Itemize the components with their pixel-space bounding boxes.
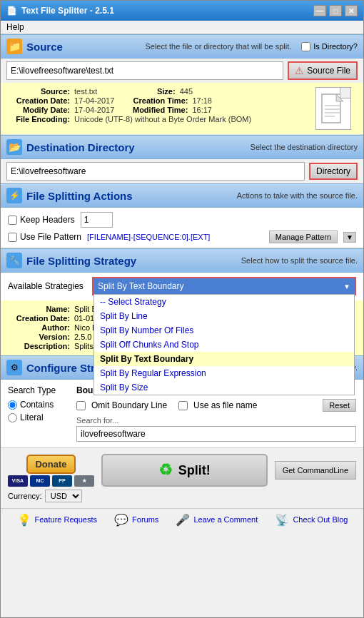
paypal-icon: PP	[52, 475, 72, 487]
is-directory-label: Is Directory?	[313, 42, 358, 51]
literal-radio[interactable]	[8, 413, 17, 422]
destination-icon: 📂	[6, 139, 22, 155]
currency-select[interactable]: USD EUR GBP	[45, 490, 82, 502]
creation-date-label: Creation Date:	[9, 96, 70, 105]
encoding-label: File Encoding:	[9, 115, 70, 123]
search-for-input[interactable]	[76, 426, 356, 442]
split-arrow-icon: ♻	[158, 461, 173, 480]
forums-icon: 💬	[113, 512, 129, 527]
strategy-option-5[interactable]: Split By Regular Expression	[94, 366, 354, 380]
destination-title: Destination Directory	[26, 141, 135, 153]
actions-panel: Keep Headers Use File Pattern [FILENAME]…	[1, 208, 363, 248]
strategy-desc: Select how to split the source file.	[241, 256, 358, 265]
bottom-panel: Donate VISA MC PP ★ ♻ Split! Get Command…	[1, 447, 363, 508]
source-desc: Select the file or directory that will b…	[145, 42, 291, 51]
strategy-dropdown-container: Split By Text Boundary -- Select Strateg…	[92, 277, 356, 295]
strategy-dropdown-header[interactable]: Split By Text Boundary	[93, 278, 355, 294]
minimize-button[interactable]: —	[313, 5, 326, 16]
destination-input[interactable]	[6, 162, 305, 181]
feature-requests-link[interactable]: 💡 Feature Requests	[16, 512, 97, 527]
strategy-option-6[interactable]: Split By Size	[94, 380, 354, 395]
get-commandline-button[interactable]: Get CommandLine	[275, 461, 356, 480]
strat-author-label: Author:	[9, 323, 70, 332]
pattern-text: [FILENAME]-[SEQUENCE:0].[EXT]	[87, 233, 210, 241]
modify-date-value: 17-04-2017	[74, 106, 114, 114]
menu-bar: Help	[1, 21, 363, 34]
source-file-button[interactable]: ⚠ Source File	[288, 61, 358, 80]
source-row: ⚠ Source File	[1, 59, 363, 83]
search-for-label: Search for...	[76, 416, 356, 425]
svg-marker-1	[336, 94, 343, 101]
configure-icon: ⚙	[6, 360, 22, 375]
donate-button[interactable]: Donate	[26, 455, 75, 474]
actions-title: File Splitting Actions	[26, 190, 133, 202]
reset-button[interactable]: Reset	[323, 399, 356, 412]
strategy-option-4[interactable]: Split By Text Boundary	[94, 352, 354, 366]
destination-row: Directory	[1, 159, 363, 183]
search-type-label: Search Type	[8, 385, 65, 395]
mc-icon: MC	[30, 475, 50, 487]
strategy-title: File Splitting Strategy	[26, 255, 136, 267]
strategy-option-2[interactable]: Split By Number Of Files	[94, 323, 354, 338]
source-title: Source	[26, 41, 63, 53]
use-as-filename-checkbox[interactable]	[178, 401, 188, 410]
keep-headers-checkbox[interactable]	[8, 216, 17, 225]
use-file-pattern-label: Use File Pattern	[20, 232, 81, 242]
source-info-panel: Source: test.txt Size: 445 Creation Date…	[1, 83, 363, 135]
size-label: Size:	[115, 87, 176, 96]
strat-creation-label: Creation Date:	[9, 314, 70, 323]
strat-version-value: 2.5.0	[74, 333, 91, 341]
manage-pattern-button[interactable]: Manage Pattern	[269, 231, 338, 243]
modified-time-label: Modified Time:	[127, 106, 188, 114]
check-out-blog-link[interactable]: 📡 Check Out Blog	[274, 512, 348, 527]
is-directory-checkbox[interactable]	[301, 42, 310, 51]
contains-radio[interactable]	[8, 400, 17, 410]
warn-icon: ⚠	[295, 65, 304, 76]
footer-bar: 💡 Feature Requests 💬 Forums 🎤 Leave a Co…	[1, 508, 363, 530]
keep-headers-spinner[interactable]	[81, 212, 113, 228]
manage-pattern-arrow[interactable]: ▼	[343, 232, 356, 243]
strategy-option-0[interactable]: -- Select Strategy	[94, 295, 354, 309]
comment-icon: 🎤	[175, 512, 191, 527]
maximize-button[interactable]: □	[329, 5, 342, 16]
contains-label: Contains	[20, 400, 54, 410]
modify-date-label: Modify Date:	[9, 106, 70, 114]
use-file-pattern-checkbox[interactable]	[8, 233, 17, 242]
source-input[interactable]	[6, 61, 283, 80]
payment-icons: VISA MC PP ★	[8, 475, 94, 487]
encoding-value: Unicode (UTF-8) without a Byte Order Mar…	[74, 115, 251, 123]
source-icon: 📁	[6, 39, 22, 54]
file-icon	[315, 87, 351, 130]
omit-boundary-checkbox[interactable]	[76, 401, 86, 410]
title-bar: 📄 Text File Splitter - 2.5.1 — □ ✕	[1, 1, 363, 21]
source-value: test.txt	[74, 87, 97, 96]
visa-icon: VISA	[8, 475, 28, 487]
actions-header: ⚡ File Splitting Actions Actions to take…	[1, 183, 363, 208]
close-button[interactable]: ✕	[345, 5, 358, 16]
source-header: 📁 Source Select the file or directory th…	[1, 34, 363, 59]
available-strategies-label: Available Strategies	[8, 281, 86, 291]
directory-button[interactable]: Directory	[309, 163, 358, 180]
blog-icon: 📡	[274, 512, 290, 527]
modified-time-value: 16:17	[192, 106, 212, 114]
actions-desc: Actions to take with the source file.	[237, 191, 358, 200]
other-pay-icon: ★	[74, 475, 94, 487]
strategy-option-1[interactable]: Split By Line	[94, 309, 354, 323]
feature-requests-icon: 💡	[16, 512, 32, 527]
strategy-option-3[interactable]: Split Off Chunks And Stop	[94, 338, 354, 352]
strategy-icon: 🔧	[6, 253, 22, 268]
strategy-dropdown-list: -- Select Strategy Split By Line Split B…	[93, 294, 355, 395]
help-menu[interactable]: Help	[6, 22, 24, 32]
strat-version-label: Version:	[9, 333, 70, 341]
keep-headers-label: Keep Headers	[20, 215, 75, 225]
forums-link[interactable]: 💬 Forums	[113, 512, 158, 527]
app-icon: 📄	[6, 6, 17, 16]
leave-comment-link[interactable]: 🎤 Leave a Comment	[175, 512, 258, 527]
creation-date-value: 17-04-2017	[74, 96, 114, 105]
currency-label: Currency:	[8, 492, 42, 500]
destination-header: 📂 Destination Directory Select the desti…	[1, 135, 363, 159]
split-button[interactable]: ♻ Split!	[101, 454, 268, 487]
app-title: Text File Splitter - 2.5.1	[21, 6, 114, 16]
size-value: 445	[180, 87, 193, 96]
use-as-filename-label: Use as file name	[193, 400, 257, 410]
